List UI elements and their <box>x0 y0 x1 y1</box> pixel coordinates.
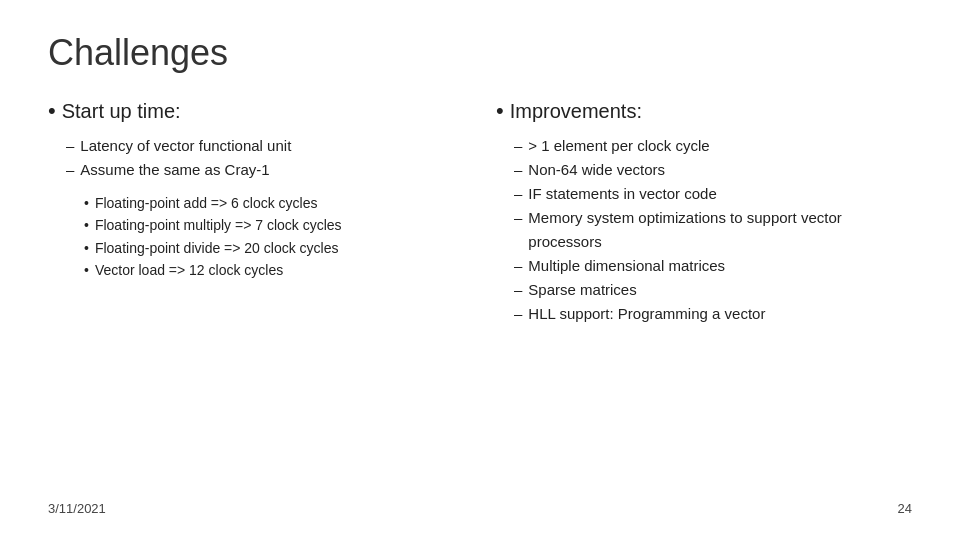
list-item: Memory system optimizations to support v… <box>514 206 912 254</box>
right-column: • Improvements: > 1 element per clock cy… <box>496 98 912 493</box>
list-item-text: Assume the same as Cray-1 <box>80 158 269 182</box>
footer-page: 24 <box>898 501 912 516</box>
list-item: HLL support: Programming a vector <box>514 302 912 326</box>
list-item: Latency of vector functional unit <box>66 134 464 158</box>
list-item: IF statements in vector code <box>514 182 912 206</box>
list-item: Non-64 wide vectors <box>514 158 912 182</box>
list-item-text: HLL support: Programming a vector <box>528 302 765 326</box>
right-sub-list: > 1 element per clock cycle Non-64 wide … <box>514 134 912 326</box>
left-heading: • Start up time: <box>48 98 464 124</box>
left-bullet-list: Floating-point add => 6 clock cycles Flo… <box>84 192 464 282</box>
list-item-text: Floating-point add => 6 clock cycles <box>95 192 318 214</box>
list-item: Floating-point add => 6 clock cycles <box>84 192 464 214</box>
footer: 3/11/2021 24 <box>48 493 912 516</box>
list-item: Vector load => 12 clock cycles <box>84 259 464 281</box>
left-column: • Start up time: Latency of vector funct… <box>48 98 464 493</box>
list-item-text: Memory system optimizations to support v… <box>528 206 912 254</box>
list-item-text: Sparse matrices <box>528 278 636 302</box>
list-item: Floating-point divide => 20 clock cycles <box>84 237 464 259</box>
list-item-text: Non-64 wide vectors <box>528 158 665 182</box>
list-item-text: Floating-point multiply => 7 clock cycle… <box>95 214 342 236</box>
list-item: Multiple dimensional matrices <box>514 254 912 278</box>
left-sub-list: Latency of vector functional unit Assume… <box>66 134 464 182</box>
list-item-text: > 1 element per clock cycle <box>528 134 709 158</box>
list-item: Sparse matrices <box>514 278 912 302</box>
list-item-text: Latency of vector functional unit <box>80 134 291 158</box>
right-heading-text: Improvements: <box>510 100 642 123</box>
list-item-text: Multiple dimensional matrices <box>528 254 725 278</box>
list-item: > 1 element per clock cycle <box>514 134 912 158</box>
list-item-text: Vector load => 12 clock cycles <box>95 259 283 281</box>
footer-date: 3/11/2021 <box>48 501 106 516</box>
content-area: • Start up time: Latency of vector funct… <box>48 98 912 493</box>
left-bullet-dot: • <box>48 98 56 124</box>
list-item: Assume the same as Cray-1 <box>66 158 464 182</box>
left-heading-text: Start up time: <box>62 100 181 123</box>
slide-title: Challenges <box>48 32 912 74</box>
list-item-text: Floating-point divide => 20 clock cycles <box>95 237 339 259</box>
slide: Challenges • Start up time: Latency of v… <box>0 0 960 540</box>
right-bullet-dot: • <box>496 98 504 124</box>
right-heading: • Improvements: <box>496 98 912 124</box>
list-item-text: IF statements in vector code <box>528 182 716 206</box>
list-item: Floating-point multiply => 7 clock cycle… <box>84 214 464 236</box>
